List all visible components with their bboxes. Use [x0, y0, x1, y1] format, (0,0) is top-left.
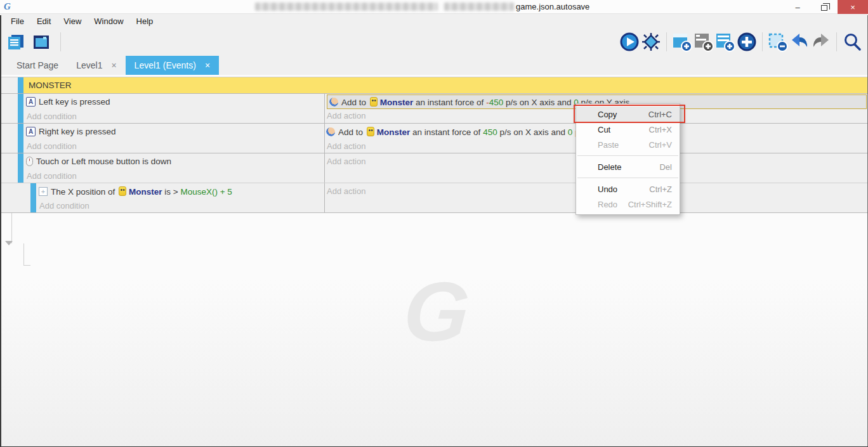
comment-event[interactable]: MONSTER	[0, 77, 868, 94]
debug-icon[interactable]	[640, 31, 662, 53]
context-menu-redo: Redo Ctrl+Shift+Z	[576, 197, 680, 212]
menu-view[interactable]: View	[58, 15, 87, 27]
add-condition-button[interactable]: Add condition	[39, 199, 324, 212]
toolbar	[0, 28, 868, 56]
toolbar-separator	[762, 32, 763, 51]
menu-edit[interactable]: Edit	[31, 15, 56, 27]
keyboard-icon: A	[26, 127, 36, 136]
menu-item-label: Undo	[598, 185, 617, 194]
add-subevent-icon[interactable]	[693, 31, 714, 53]
menu-item-shortcut: Ctrl+X	[649, 125, 672, 134]
conditions-cell[interactable]: A Left key is pressed Add condition	[23, 94, 325, 123]
close-button[interactable]: ×	[838, 0, 868, 14]
menu-item-label: Delete	[598, 162, 622, 172]
condition[interactable]: A Right key is pressed	[26, 124, 324, 139]
context-menu-delete[interactable]: Delete Del	[576, 159, 680, 174]
condition-text: Left key is pressed	[39, 97, 110, 107]
position-icon: +	[39, 187, 48, 196]
menu-item-label: Redo	[598, 200, 617, 209]
menubar: File Edit View Window Help	[0, 14, 868, 28]
expander-arrow-icon[interactable]	[5, 241, 13, 245]
add-new-icon[interactable]	[736, 31, 758, 53]
restore-icon	[821, 5, 827, 11]
context-menu-paste: Paste Ctrl+V	[576, 137, 680, 152]
titlebar: G game.json.autosave – ×	[0, 0, 868, 14]
tab-level1[interactable]: Level1 ×	[67, 56, 125, 75]
conditions-cell[interactable]: A Right key is pressed Add condition	[23, 124, 325, 153]
undo-icon[interactable]	[789, 31, 810, 53]
toolbar-separator	[60, 32, 61, 51]
delete-selection-icon[interactable]	[767, 31, 789, 53]
menu-item-label: Cut	[598, 125, 610, 134]
event-gutter	[0, 124, 18, 153]
gdevelop-window: G game.json.autosave – × File Edit View …	[0, 0, 868, 447]
annotation-highlight-box	[574, 105, 685, 123]
menu-item-shortcut: Ctrl+Z	[649, 185, 672, 194]
event-drag-bar[interactable]	[18, 153, 23, 183]
event-gutter	[0, 94, 18, 123]
menu-window[interactable]: Window	[88, 15, 129, 27]
menu-help[interactable]: Help	[131, 15, 159, 27]
add-condition-button[interactable]: Add condition	[26, 110, 324, 123]
context-menu-cut[interactable]: Cut Ctrl+X	[576, 122, 680, 137]
window-title: game.json.autosave	[516, 2, 589, 11]
gdevelop-watermark: G	[376, 270, 496, 353]
redacted-title-text	[444, 3, 514, 11]
events-editor: G MONSTER A	[0, 75, 868, 447]
condition[interactable]: A Left key is pressed	[26, 94, 324, 110]
menu-item-label: Paste	[598, 140, 619, 150]
monster-object-icon	[370, 97, 378, 107]
tab-label: Level1 (Events)	[135, 60, 196, 70]
keyboard-icon: A	[26, 97, 36, 107]
toolbar-separator	[666, 32, 667, 51]
menu-file[interactable]: File	[5, 15, 30, 27]
menu-item-shortcut: Ctrl+Shift+Z	[628, 200, 672, 209]
condition-text: The X position of Monster is > MouseX() …	[51, 186, 232, 197]
event-drag-bar[interactable]	[18, 94, 23, 123]
tab-level1-events[interactable]: Level1 (Events) ×	[126, 56, 219, 75]
event-gutter	[0, 77, 18, 93]
tab-close-icon[interactable]: ×	[205, 60, 210, 70]
add-condition-button[interactable]: Add condition	[26, 169, 324, 183]
mouse-icon	[26, 157, 33, 166]
sub-event-row: + The X position of Monster is > MouseX(…	[0, 183, 868, 213]
restore-button[interactable]	[811, 0, 838, 14]
event-row: A Right key is pressed Add condition Add…	[0, 124, 868, 153]
menu-separator	[577, 155, 678, 156]
condition-text: Touch or Left mouse button is down	[36, 157, 171, 166]
add-condition-button[interactable]: Add condition	[26, 139, 324, 153]
event-row: A Left key is pressed Add condition Add …	[0, 94, 868, 124]
add-comment-icon[interactable]	[714, 31, 736, 53]
window-controls: – ×	[784, 0, 868, 14]
minimize-button[interactable]: –	[784, 0, 811, 14]
condition-text: Right key is pressed	[39, 127, 116, 136]
project-manager-icon[interactable]	[5, 31, 27, 53]
tab-start-page[interactable]: Start Page	[8, 56, 67, 75]
condition[interactable]: + The X position of Monster is > MouseX(…	[39, 183, 324, 199]
condition[interactable]: Touch or Left mouse button is down	[26, 153, 324, 169]
window-border-left	[0, 15, 1, 447]
event-gutter	[0, 183, 30, 212]
conditions-cell[interactable]: + The X position of Monster is > MouseX(…	[36, 183, 325, 212]
event-drag-bar[interactable]	[18, 124, 23, 153]
tab-close-icon[interactable]: ×	[111, 60, 116, 70]
menu-item-shortcut: Ctrl+V	[649, 140, 672, 150]
tabbar: Start Page Level1 × Level1 (Events) ×	[0, 56, 868, 75]
events-list: MONSTER A Left key is pressed Add condit…	[0, 75, 868, 213]
scene-editor-icon[interactable]	[30, 31, 52, 53]
event-drag-bar[interactable]	[18, 77, 23, 93]
add-event-icon[interactable]	[671, 31, 693, 53]
hand-icon	[326, 127, 335, 136]
play-icon[interactable]	[619, 31, 640, 53]
search-icon[interactable]	[841, 31, 863, 53]
hand-icon	[329, 98, 338, 107]
toolbar-separator	[836, 32, 837, 51]
tab-label: Level1	[76, 60, 102, 70]
context-menu-undo[interactable]: Undo Ctrl+Z	[576, 181, 680, 197]
redacted-title-text	[255, 3, 438, 11]
redo-icon[interactable]	[810, 31, 832, 53]
conditions-cell[interactable]: Touch or Left mouse button is down Add c…	[23, 153, 325, 183]
comment-text[interactable]: MONSTER	[23, 77, 868, 93]
event-drag-bar[interactable]	[30, 183, 36, 212]
gdevelop-logo-icon: G	[4, 1, 15, 13]
